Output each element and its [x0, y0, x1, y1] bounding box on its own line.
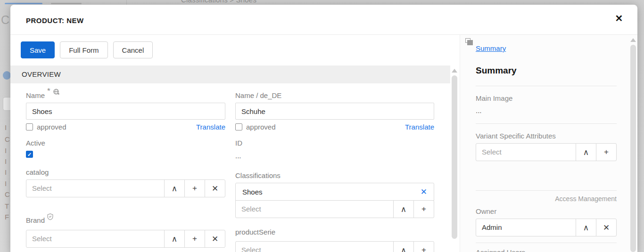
- assigned-users-label: Assigned Users: [476, 248, 617, 252]
- background-tab-underline: [51, 3, 82, 4]
- id-value: ...: [235, 152, 434, 160]
- catalog-label: catalog: [26, 168, 225, 176]
- classifications-selected-item: Shoes ✕: [235, 183, 434, 201]
- name-input[interactable]: [26, 103, 225, 120]
- classifications-select[interactable]: Select: [235, 200, 394, 218]
- catalog-collapse-icon[interactable]: ∧: [164, 179, 185, 197]
- active-label: Active: [26, 139, 225, 147]
- field-name-de: Name / de_DE approved Translate: [235, 91, 434, 131]
- variant-attrs-add-icon[interactable]: +: [596, 143, 617, 161]
- product-serie-select[interactable]: Select: [235, 241, 394, 252]
- breadcrumb: Classifications > Shoes: [181, 0, 256, 4]
- field-catalog: catalog Select ∧ + ✕: [26, 168, 225, 197]
- sidebar-scrollbar[interactable]: [630, 38, 636, 252]
- classifications-remove-icon[interactable]: ✕: [421, 187, 427, 197]
- save-button[interactable]: Save: [21, 41, 55, 58]
- variant-attrs-collapse-icon[interactable]: ∧: [576, 143, 596, 161]
- owner-collapse-icon[interactable]: ∧: [576, 219, 596, 236]
- close-icon[interactable]: ✕: [612, 11, 626, 25]
- name-de-approved-label: approved: [246, 123, 276, 131]
- divider: [476, 123, 617, 124]
- brand-clear-icon[interactable]: ✕: [205, 230, 225, 248]
- product-serie-add-icon[interactable]: +: [413, 241, 434, 252]
- active-checkbox[interactable]: ✓: [26, 151, 33, 158]
- toolbar: Save Full Form Cancel: [10, 35, 460, 58]
- classifications-add-icon[interactable]: +: [413, 200, 434, 218]
- shield-check-icon: [47, 213, 53, 220]
- main-image-value: ...: [476, 106, 617, 114]
- scrollbar-thumb[interactable]: [630, 45, 636, 252]
- owner-select[interactable]: Admin: [476, 219, 576, 236]
- field-id: ID ...: [235, 139, 434, 160]
- background-menu-item: I: [5, 146, 7, 154]
- main-scrollbar[interactable]: [452, 69, 457, 239]
- scroll-up-icon[interactable]: [630, 38, 636, 42]
- access-management-label: Access Management: [476, 195, 617, 203]
- globe-untranslated-icon: [53, 89, 60, 96]
- name-de-approved-checkbox[interactable]: [235, 123, 242, 130]
- scroll-up-icon[interactable]: [452, 69, 457, 73]
- name-approved-label: approved: [37, 123, 66, 131]
- divider: [476, 243, 617, 243]
- background-avatar-fragment: [3, 71, 11, 80]
- required-icon: *: [47, 89, 50, 94]
- classifications-label: Classifications: [235, 171, 434, 179]
- name-label: Name: [26, 91, 45, 99]
- catalog-add-icon[interactable]: +: [184, 179, 205, 197]
- classifications-collapse-icon[interactable]: ∧: [393, 200, 414, 218]
- pages-icon: [465, 38, 473, 45]
- variant-attrs-select[interactable]: Select: [476, 143, 576, 161]
- catalog-select[interactable]: Select: [26, 179, 165, 197]
- background-menu-item: C: [5, 190, 10, 198]
- main-form-panel: Save Full Form Cancel OVERVIEW Name *: [10, 35, 460, 252]
- divider: [476, 86, 617, 86]
- brand-add-icon[interactable]: +: [184, 230, 205, 248]
- modal-title: PRODUCT: NEW: [26, 16, 84, 24]
- background-menu-item: I: [5, 123, 7, 131]
- variant-attrs-label: Variant Specific Attributes: [476, 132, 617, 140]
- scrollbar-thumb[interactable]: [452, 75, 457, 239]
- product-serie-label: productSerie: [235, 228, 434, 236]
- background-menu-item: I: [5, 179, 7, 187]
- name-de-label: Name / de_DE: [235, 91, 434, 99]
- brand-label: Brand: [26, 216, 45, 224]
- product-new-modal: PRODUCT: NEW ✕ Save Full Form Cancel OVE…: [10, 5, 637, 252]
- product-serie-collapse-icon[interactable]: ∧: [393, 241, 414, 252]
- main-image-label: Main Image: [476, 94, 617, 102]
- divider: [476, 190, 617, 191]
- background-menu-item: F: [5, 213, 9, 221]
- overview-section-header: OVERVIEW: [10, 65, 450, 83]
- brand-collapse-icon[interactable]: ∧: [164, 230, 185, 248]
- name-translate-link[interactable]: Translate: [196, 123, 225, 131]
- owner-combo: Admin ∧ ✕: [476, 219, 617, 236]
- name-de-input[interactable]: [235, 103, 434, 120]
- owner-label: Owner: [476, 207, 617, 215]
- field-name: Name *: [26, 91, 225, 131]
- field-active: Active ✓: [26, 139, 225, 158]
- background-divider: [126, 0, 127, 5]
- field-classifications: Classifications Shoes ✕ Select ∧ +: [235, 171, 434, 218]
- name-de-translate-link[interactable]: Translate: [405, 123, 434, 131]
- background-menu-item: C: [5, 135, 10, 143]
- variant-attrs-combo: Select ∧ +: [476, 143, 617, 161]
- id-label: ID: [235, 139, 434, 147]
- catalog-clear-icon[interactable]: ✕: [205, 179, 225, 197]
- background-menu-item: I: [5, 157, 7, 165]
- summary-sidebar: Summary Summary Main Image ... Variant S…: [460, 35, 637, 252]
- background-heading-fragment: C: [1, 13, 9, 27]
- summary-heading: Summary: [476, 65, 617, 76]
- full-form-button[interactable]: Full Form: [60, 41, 107, 58]
- owner-clear-icon[interactable]: ✕: [596, 219, 617, 236]
- field-product-serie: productSerie Select ∧ +: [235, 228, 434, 252]
- background-menu-item: T: [5, 202, 9, 210]
- background-active-tab-underline: [5, 3, 42, 4]
- sidebar-summary-link[interactable]: Summary: [476, 44, 506, 52]
- modal-header: PRODUCT: NEW ✕: [10, 5, 637, 35]
- field-brand: Brand Select ∧ +: [26, 216, 225, 248]
- classifications-selected-value: Shoes: [242, 188, 263, 196]
- name-approved-checkbox[interactable]: [26, 123, 33, 130]
- brand-select[interactable]: Select: [26, 230, 165, 248]
- background-input-fragment: [3, 97, 11, 111]
- background-menu-item: I: [5, 168, 7, 176]
- cancel-button[interactable]: Cancel: [113, 41, 153, 58]
